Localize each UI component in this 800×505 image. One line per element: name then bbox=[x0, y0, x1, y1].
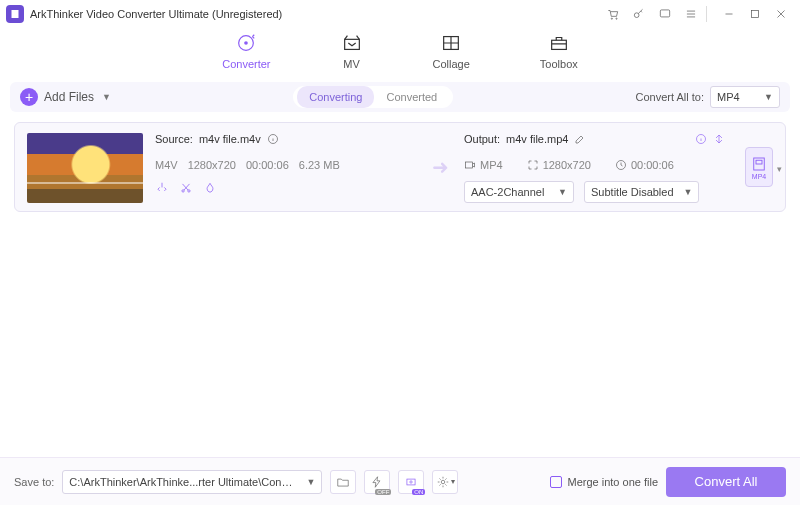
status-segmented: Converting Converted bbox=[293, 86, 453, 108]
compress-icon[interactable] bbox=[713, 133, 725, 145]
app-title: ArkThinker Video Converter Ultimate (Unr… bbox=[30, 8, 282, 20]
close-button[interactable] bbox=[768, 1, 794, 27]
titlebar: ArkThinker Video Converter Ultimate (Unr… bbox=[0, 0, 800, 28]
save-path-value: C:\ArkThinker\ArkThinke...rter Ultimate\… bbox=[69, 476, 296, 488]
info-icon[interactable] bbox=[267, 133, 279, 145]
svg-point-0 bbox=[611, 18, 612, 19]
collage-icon bbox=[440, 32, 462, 54]
tab-mv-label: MV bbox=[343, 58, 360, 70]
chevron-down-icon: ▼ bbox=[306, 477, 315, 487]
svg-rect-14 bbox=[466, 162, 473, 168]
converter-icon bbox=[235, 32, 257, 54]
arrow-right-icon: ➜ bbox=[428, 133, 452, 201]
tab-converter[interactable]: Converter bbox=[222, 32, 270, 70]
edit-icon[interactable] bbox=[574, 133, 586, 145]
resolution-icon bbox=[527, 159, 539, 171]
feedback-icon[interactable] bbox=[652, 1, 678, 27]
tab-collage-label: Collage bbox=[433, 58, 470, 70]
segment-converted[interactable]: Converted bbox=[374, 86, 449, 108]
subtitle-select-value: Subtitle Disabled bbox=[591, 186, 674, 198]
convert-all-button[interactable]: Convert All bbox=[666, 467, 786, 497]
gpu-badge: ON bbox=[412, 489, 425, 495]
info-icon[interactable] bbox=[695, 133, 707, 145]
cart-icon[interactable] bbox=[600, 1, 626, 27]
save-path-select[interactable]: C:\ArkThinker\ArkThinke...rter Ultimate\… bbox=[62, 470, 322, 494]
minimize-button[interactable] bbox=[716, 1, 742, 27]
audio-select-value: AAC-2Channel bbox=[471, 186, 544, 198]
convert-all-format-value: MP4 bbox=[717, 91, 740, 103]
tab-toolbox[interactable]: Toolbox bbox=[540, 32, 578, 70]
chevron-down-icon: ▼ bbox=[764, 92, 773, 102]
chevron-down-icon: ▼ bbox=[102, 92, 111, 102]
subtitle-select[interactable]: Subtitle Disabled ▼ bbox=[584, 181, 699, 203]
app-logo bbox=[6, 5, 24, 23]
svg-point-1 bbox=[616, 18, 617, 19]
toolbar: + Add Files ▼ Converting Converted Conve… bbox=[10, 82, 790, 112]
source-duration: 00:00:06 bbox=[246, 159, 289, 171]
add-files-label: Add Files bbox=[44, 90, 94, 104]
svg-point-11 bbox=[182, 190, 184, 192]
svg-rect-3 bbox=[660, 10, 669, 17]
gpu-accel-button[interactable]: ON bbox=[398, 470, 424, 494]
video-thumbnail[interactable] bbox=[27, 133, 143, 203]
convert-all-label: Convert All bbox=[695, 474, 758, 489]
svg-point-20 bbox=[441, 480, 445, 484]
source-label: Source: bbox=[155, 133, 193, 145]
svg-point-2 bbox=[634, 13, 639, 18]
output-resolution: 1280x720 bbox=[543, 159, 591, 171]
source-filename: m4v file.m4v bbox=[199, 133, 261, 145]
source-block: Source: m4v file.m4v M4V 1280x720 00:00:… bbox=[155, 133, 416, 201]
output-format-badge: MP4 bbox=[752, 173, 766, 180]
merge-checkbox[interactable]: Merge into one file bbox=[550, 476, 659, 488]
maximize-button[interactable] bbox=[742, 1, 768, 27]
main-tabs: Converter MV Collage Toolbox bbox=[0, 32, 800, 70]
checkbox-box bbox=[550, 476, 562, 488]
svg-point-6 bbox=[245, 41, 249, 45]
chevron-down-icon: ▼ bbox=[558, 187, 567, 197]
add-files-button[interactable]: + Add Files ▼ bbox=[20, 88, 111, 106]
tab-toolbox-label: Toolbox bbox=[540, 58, 578, 70]
output-format-button[interactable]: MP4 bbox=[745, 147, 773, 187]
output-format: MP4 bbox=[480, 159, 503, 171]
enhance-icon[interactable] bbox=[203, 181, 217, 197]
merge-label: Merge into one file bbox=[568, 476, 659, 488]
video-icon bbox=[464, 159, 476, 171]
plus-icon: + bbox=[20, 88, 38, 106]
convert-all-to-label: Convert All to: bbox=[636, 91, 704, 103]
svg-rect-18 bbox=[407, 479, 415, 485]
svg-rect-7 bbox=[344, 39, 359, 49]
source-size: 6.23 MB bbox=[299, 159, 340, 171]
audio-select[interactable]: AAC-2Channel ▼ bbox=[464, 181, 574, 203]
file-item: Source: m4v file.m4v M4V 1280x720 00:00:… bbox=[14, 122, 786, 212]
output-filename: m4v file.mp4 bbox=[506, 133, 568, 145]
tab-mv[interactable]: MV bbox=[341, 32, 363, 70]
segment-converting[interactable]: Converting bbox=[297, 86, 374, 108]
high-speed-button[interactable]: OFF bbox=[364, 470, 390, 494]
output-duration: 00:00:06 bbox=[631, 159, 674, 171]
source-resolution: 1280x720 bbox=[188, 159, 236, 171]
bottom-bar: Save to: C:\ArkThinker\ArkThinke...rter … bbox=[0, 457, 800, 505]
window-controls bbox=[600, 1, 794, 27]
svg-rect-9 bbox=[551, 40, 566, 49]
output-label: Output: bbox=[464, 133, 500, 145]
settings-button[interactable]: ▾ bbox=[432, 470, 458, 494]
trim-icon[interactable] bbox=[155, 181, 169, 197]
save-to-label: Save to: bbox=[14, 476, 54, 488]
toolbox-icon bbox=[548, 32, 570, 54]
convert-all-format-select[interactable]: MP4 ▼ bbox=[710, 86, 780, 108]
mv-icon bbox=[341, 32, 363, 54]
tab-collage[interactable]: Collage bbox=[433, 32, 470, 70]
source-format: M4V bbox=[155, 159, 178, 171]
cut-icon[interactable] bbox=[179, 181, 193, 197]
menu-icon[interactable] bbox=[678, 1, 704, 27]
key-icon[interactable] bbox=[626, 1, 652, 27]
svg-rect-17 bbox=[756, 160, 762, 164]
open-folder-button[interactable] bbox=[330, 470, 356, 494]
svg-point-19 bbox=[410, 480, 412, 482]
tab-converter-label: Converter bbox=[222, 58, 270, 70]
clock-icon bbox=[615, 159, 627, 171]
output-block: Output: m4v file.mp4 MP4 1280x720 00:00:… bbox=[464, 133, 725, 201]
high-speed-badge: OFF bbox=[375, 489, 391, 495]
svg-rect-4 bbox=[752, 11, 759, 18]
svg-point-12 bbox=[188, 190, 190, 192]
